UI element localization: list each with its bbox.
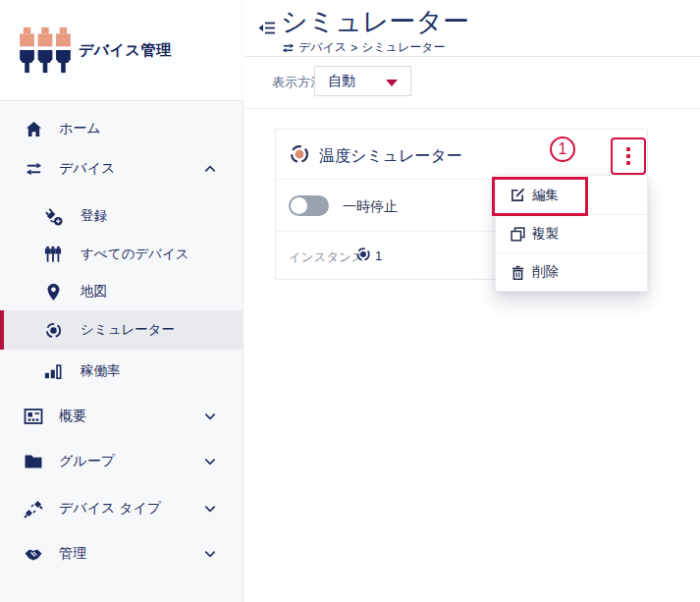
page-title: シミュレーター: [281, 4, 469, 39]
card-actions-kebab-button[interactable]: [611, 137, 646, 175]
home-icon: [24, 119, 43, 138]
trash-icon: [510, 264, 525, 280]
instances-count: 1: [375, 248, 382, 263]
menu-item-duplicate[interactable]: 複製: [496, 214, 647, 252]
chevron-down-icon: [203, 410, 217, 422]
sidebar-item-register[interactable]: 登録: [0, 197, 242, 235]
folder-icon: [24, 452, 43, 471]
pause-toggle[interactable]: [289, 195, 329, 216]
kebab-dot: [626, 154, 630, 158]
simulator-card-title: 温度シミュレーター: [319, 146, 462, 167]
chevron-up-icon: [203, 163, 217, 175]
sidebar-item-label: デバイス: [59, 160, 115, 178]
sidebar-item-device-types[interactable]: デバイス タイプ: [0, 487, 242, 530]
sidebar-item-label: 地図: [81, 283, 107, 301]
simulator-icon: [43, 320, 63, 340]
sidebar-item-utilization[interactable]: 稼働率: [0, 353, 242, 390]
sidebar-item-label: すべてのデバイス: [81, 246, 189, 263]
toolbar-divider: [244, 108, 700, 109]
sidebar: デバイス管理 ホーム デバイス: [0, 0, 243, 602]
sidebar-item-label: 登録: [81, 207, 107, 225]
menu-item-edit[interactable]: 編集: [496, 176, 647, 214]
sidebar-item-label: シミュレーター: [81, 321, 175, 339]
sidebar-item-home[interactable]: ホーム: [0, 107, 242, 150]
bar-chart-icon: [43, 361, 63, 381]
card-context-menu: 編集 複製 削除: [495, 175, 648, 292]
annotation-step-circle: 1: [550, 137, 575, 162]
simulator-card-header: 温度シミュレーター: [276, 130, 647, 180]
chevron-down-icon: [203, 548, 217, 560]
devices-icon: [43, 245, 63, 264]
annotation-step-number: 1: [559, 140, 567, 158]
app-logo-block[interactable]: デバイス管理: [0, 0, 243, 101]
map-pin-icon: [43, 282, 63, 301]
swap-arrows-icon: [282, 43, 295, 53]
sidebar-item-devices[interactable]: デバイス: [0, 147, 242, 191]
menu-item-label: 編集: [532, 187, 559, 204]
kebab-dot: [626, 147, 630, 151]
kebab-dot: [626, 161, 630, 165]
collapse-menu-icon[interactable]: [258, 21, 276, 35]
app-logo-icon: [20, 27, 71, 74]
sidebar-item-map[interactable]: 地図: [0, 273, 242, 310]
sidebar-item-all-devices[interactable]: すべてのデバイス: [0, 236, 242, 273]
plug-register-icon: [43, 206, 63, 226]
device-type-icon: [24, 499, 43, 519]
sidebar-item-label: グループ: [59, 453, 115, 470]
sidebar-item-label: 稼働率: [81, 362, 121, 380]
display-method-select[interactable]: 自動: [314, 66, 411, 96]
pause-label: 一時停止: [343, 198, 398, 216]
instances-label: インスタンス: [289, 249, 364, 266]
sidebar-item-simulator[interactable]: シミュレーター: [0, 310, 242, 350]
header-divider: [244, 56, 700, 57]
menu-item-label: 削除: [532, 263, 559, 281]
sidebar-item-management[interactable]: 管理: [0, 532, 242, 575]
sidebar-item-overview[interactable]: 概要: [0, 395, 242, 438]
handshake-icon: [24, 544, 43, 564]
simulator-icon: [355, 246, 371, 262]
breadcrumb-current: シミュレーター: [361, 39, 445, 56]
breadcrumb[interactable]: デバイス > シミュレーター: [282, 39, 446, 56]
sidebar-item-groups[interactable]: グループ: [0, 440, 242, 483]
menu-item-delete[interactable]: 削除: [496, 252, 647, 291]
sidebar-item-label: 概要: [59, 408, 86, 425]
app-title: デバイス管理: [79, 41, 171, 60]
edit-icon: [510, 188, 525, 203]
swap-arrows-icon: [24, 159, 43, 179]
menu-item-label: 複製: [532, 225, 559, 243]
simulator-icon: [289, 143, 310, 165]
sidebar-item-label: 管理: [59, 545, 86, 563]
chevron-down-icon: [203, 456, 217, 467]
dropdown-arrow-icon: [386, 80, 398, 86]
sidebar-item-label: ホーム: [59, 120, 101, 137]
duplicate-icon: [510, 226, 525, 242]
breadcrumb-parent[interactable]: デバイス: [298, 39, 347, 56]
breadcrumb-separator: >: [350, 41, 357, 55]
sidebar-item-label: デバイス タイプ: [59, 500, 161, 518]
main-area: シミュレーター デバイス > シミュレーター 表示方法 自動 温度シミュレーター: [244, 0, 700, 602]
display-method-value: 自動: [328, 73, 355, 90]
toggle-knob: [291, 197, 307, 214]
chevron-down-icon: [203, 503, 217, 515]
overview-icon: [24, 407, 43, 426]
